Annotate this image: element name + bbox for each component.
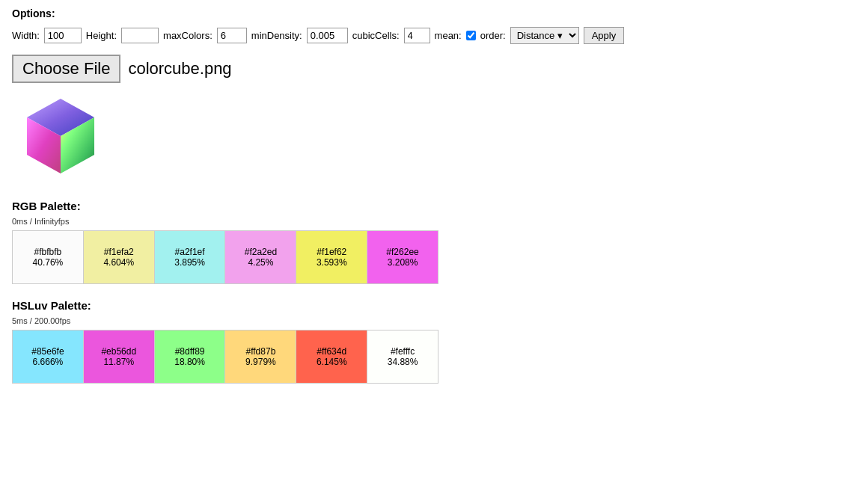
cubiccells-label: cubicCells:	[352, 30, 400, 41]
filename-display: colorcube.png	[128, 59, 231, 79]
cell-hex: #f1efa2	[104, 247, 134, 257]
palette-cell: #a2f1ef 3.895%	[155, 231, 226, 283]
order-select[interactable]: Distance ▾ Hue Lightness None	[510, 27, 579, 44]
width-input[interactable]	[44, 28, 82, 43]
cell-pct: 3.208%	[388, 257, 418, 268]
cell-pct: 6.666%	[33, 357, 64, 367]
apply-button[interactable]: Apply	[584, 27, 625, 44]
rgb-palette-row: #fbfbfb 40.76%#f1efa2 4.604%#a2f1ef 3.89…	[12, 230, 438, 284]
hsluv-palette-title: HSLuv Palette:	[12, 299, 856, 312]
cell-pct: 6.145%	[317, 357, 347, 367]
maxcolors-label: maxColors:	[163, 30, 213, 41]
cell-pct: 3.895%	[174, 257, 205, 268]
cell-hex: #fbfbfb	[34, 247, 62, 257]
hsluv-timing: 5ms / 200.00fps	[12, 316, 856, 325]
cell-pct: 3.593%	[317, 257, 347, 268]
colorcube-image	[19, 95, 102, 185]
cell-hex: #a2f1ef	[175, 247, 205, 257]
choose-file-button[interactable]: Choose File	[12, 55, 120, 83]
palette-cell: #ff634d 6.145%	[296, 330, 367, 383]
rgb-palette-title: RGB Palette:	[12, 200, 856, 212]
palette-cell: #f1ef62 3.593%	[296, 231, 367, 283]
height-label: Height:	[86, 30, 117, 41]
file-row: Choose File colorcube.png	[12, 55, 856, 83]
mindensity-input[interactable]	[307, 28, 348, 43]
cell-hex: #f262ee	[386, 247, 418, 257]
cell-pct: 40.76%	[33, 257, 64, 268]
palette-cell: #fbfbfb 40.76%	[13, 231, 84, 283]
palette-cell: #ffd87b 9.979%	[225, 330, 296, 383]
palette-cell: #f1efa2 4.604%	[84, 231, 155, 283]
options-label: Options:	[12, 7, 856, 19]
cell-hex: #f2a2ed	[245, 247, 277, 257]
cell-hex: #ff634d	[317, 346, 346, 357]
palette-cell: #eb56dd 11.87%	[84, 330, 155, 383]
palette-cell: #85e6fe 6.666%	[13, 330, 84, 383]
cell-pct: 4.604%	[103, 257, 134, 268]
cell-pct: 34.88%	[388, 357, 418, 367]
height-input[interactable]	[121, 28, 159, 43]
order-label: order:	[480, 30, 506, 41]
cell-pct: 4.25%	[248, 257, 273, 268]
hsluv-palette-row: #85e6fe 6.666%#eb56dd 11.87%#8dff89 18.8…	[12, 330, 438, 384]
cell-pct: 11.87%	[103, 357, 134, 367]
cell-hex: #85e6fe	[31, 346, 64, 357]
cell-pct: 9.979%	[245, 357, 276, 367]
palette-cell: #8dff89 18.80%	[155, 330, 226, 383]
cube-svg	[19, 95, 102, 185]
controls-row: Width: Height: maxColors: minDensity: cu…	[12, 27, 856, 44]
mean-checkbox[interactable]	[466, 31, 476, 40]
rgb-timing: 0ms / Infinityfps	[12, 217, 856, 226]
cell-hex: #eb56dd	[101, 346, 136, 357]
palette-cell: #f262ee 3.208%	[367, 231, 438, 283]
palette-cell: #fefffс 34.88%	[367, 330, 438, 383]
cell-hex: #ffd87b	[245, 346, 275, 357]
mean-label: mean:	[435, 30, 462, 41]
mindensity-label: minDensity:	[251, 30, 302, 41]
maxcolors-input[interactable]	[217, 28, 247, 43]
cell-hex: #8dff89	[175, 346, 205, 357]
cubiccells-input[interactable]	[404, 28, 430, 43]
palette-cell: #f2a2ed 4.25%	[225, 231, 296, 283]
cell-hex: #f1ef62	[317, 247, 346, 257]
cell-pct: 18.80%	[174, 357, 205, 367]
cell-hex: #fefffс	[391, 346, 415, 357]
width-label: Width:	[12, 30, 40, 41]
